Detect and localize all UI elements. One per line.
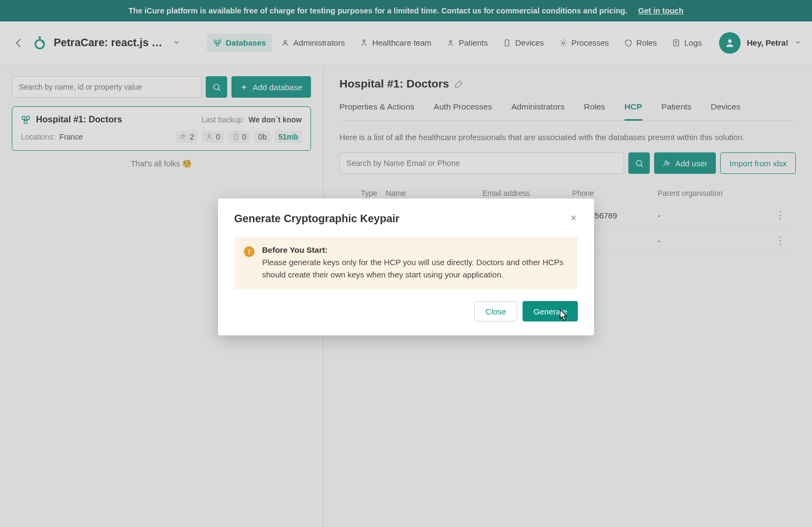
alert-heading: Before You Start: <box>262 245 328 254</box>
keypair-modal: Generate Cryptographic Keypair ! Before … <box>218 199 594 335</box>
modal-title: Generate Cryptographic Keypair <box>234 213 400 225</box>
alert-body: Please generate keys only for the HCP yo… <box>262 257 568 281</box>
modal-overlay[interactable]: Generate Cryptographic Keypair ! Before … <box>0 0 812 527</box>
close-icon[interactable] <box>569 213 578 225</box>
close-button[interactable]: Close <box>474 301 517 321</box>
generate-button[interactable]: Generate <box>523 301 578 321</box>
warning-icon: ! <box>244 246 255 257</box>
warning-alert: ! Before You Start: Please generate keys… <box>234 237 578 289</box>
